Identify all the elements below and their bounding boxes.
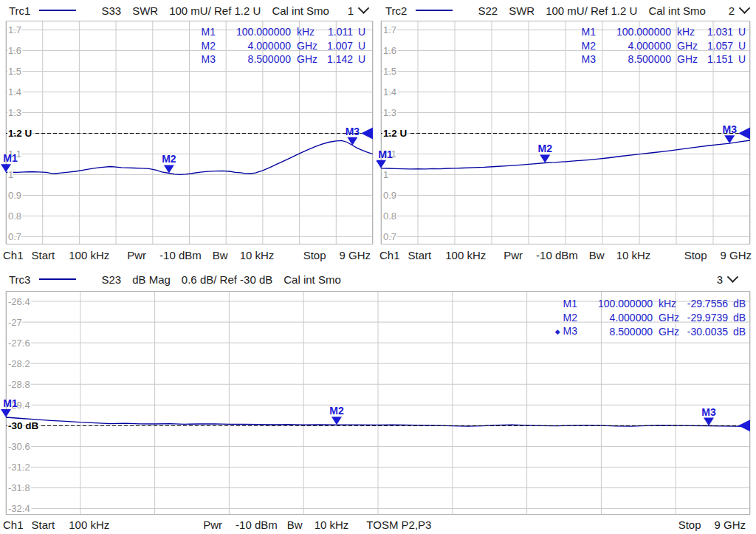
channel-footer-trc3: Ch1 Start 100 kHz Pwr -10 dBm Bw 10 kHz … bbox=[0, 515, 756, 534]
y-axis-tick-label: 1.3 bbox=[8, 107, 21, 118]
marker-M2[interactable] bbox=[164, 165, 174, 173]
y-axis-tick-label: 0.7 bbox=[383, 231, 396, 242]
stop-value: 9 GHz bbox=[720, 249, 752, 261]
power-label: Pwr bbox=[127, 249, 146, 261]
trace-color-sample-icon bbox=[39, 10, 76, 11]
marker-M2[interactable] bbox=[540, 154, 550, 162]
y-axis-tick-label: 1.5 bbox=[383, 66, 396, 77]
marker-frequency: 4.000000 bbox=[577, 311, 653, 325]
reference-position-arrow-icon[interactable] bbox=[738, 420, 750, 431]
stop-value: 9 GHz bbox=[339, 249, 371, 261]
power-label: Pwr bbox=[203, 518, 222, 531]
marker-M3[interactable] bbox=[724, 135, 735, 143]
channel-selector[interactable]: 1 bbox=[348, 4, 375, 17]
marker-name: M2 bbox=[543, 311, 577, 325]
trace-color-sample-icon bbox=[39, 278, 76, 280]
channel-label: Ch1 bbox=[3, 518, 24, 531]
y-axis-tick-label: -28.2 bbox=[8, 358, 30, 369]
start-label: Start bbox=[32, 518, 55, 531]
channel-footer-trc2: Ch1 Start 100 kHz Pwr -10 dBm Bw 10 kHz … bbox=[377, 244, 756, 266]
format-label: dB Mag bbox=[132, 273, 171, 286]
y-axis-tick-label: 1 bbox=[383, 169, 388, 180]
marker-name: M2 bbox=[562, 39, 596, 53]
sparam-label: S33 bbox=[101, 4, 121, 17]
marker-readout-M1: M1100.000000kHz-29.7556dB bbox=[543, 297, 747, 311]
y-axis-tick-label: -32.4 bbox=[8, 503, 30, 514]
marker-label-M1: M1 bbox=[378, 148, 393, 160]
marker-value-unit: U bbox=[733, 52, 748, 66]
marker-frequency-unit: GHz bbox=[653, 325, 681, 339]
marker-M1[interactable] bbox=[1, 409, 11, 417]
y-axis-tick-label: -27 bbox=[8, 317, 22, 328]
reference-position-arrow-icon[interactable] bbox=[738, 127, 750, 139]
trace-label-trc2[interactable]: Trc2 bbox=[385, 4, 407, 17]
marker-value: 1.007 bbox=[317, 39, 353, 53]
cal-label: Cal int Smo bbox=[648, 4, 706, 17]
scale-label: 100 mU/ Ref 1.2 U bbox=[169, 4, 261, 17]
trace-label-trc3[interactable]: Trc3 bbox=[9, 273, 30, 286]
diagram-trc1: Trc1 S33 SWR 100 mU/ Ref 1.2 U Cal int S… bbox=[0, 0, 375, 266]
marker-readout-M1: M1100.000000kHz1.031U bbox=[562, 25, 748, 39]
trace-label-trc1[interactable]: Trc1 bbox=[9, 4, 30, 17]
stop-label: Stop bbox=[678, 518, 701, 531]
start-label: Start bbox=[32, 249, 55, 261]
marker-value-unit: dB bbox=[728, 325, 747, 339]
y-axis-tick-label: 0.7 bbox=[8, 231, 21, 242]
trace-header-trc2: Trc2 S22 SWR 100 mU/ Ref 1.2 U Cal int S… bbox=[377, 0, 756, 21]
marker-label-M2: M2 bbox=[329, 405, 344, 417]
chevron-down-icon[interactable] bbox=[727, 271, 739, 283]
marker-frequency: 8.500000 bbox=[216, 52, 291, 66]
cal-label: Cal int Smo bbox=[284, 273, 341, 286]
marker-value: -29.7556 bbox=[681, 297, 728, 311]
diagram-trc2: Trc2 S22 SWR 100 mU/ Ref 1.2 U Cal int S… bbox=[377, 0, 756, 266]
marker-table-trc1: M1100.000000kHz1.011UM24.000000GHz1.007U… bbox=[182, 25, 368, 66]
channel-number[interactable]: 3 bbox=[717, 273, 723, 286]
marker-frequency: 4.000000 bbox=[216, 39, 291, 53]
chevron-down-icon[interactable] bbox=[358, 2, 370, 14]
reference-position-arrow-icon[interactable] bbox=[361, 127, 373, 139]
start-value: 100 kHz bbox=[445, 249, 486, 261]
marker-M3[interactable] bbox=[704, 418, 714, 426]
y-axis-tick-label: 1 bbox=[8, 169, 13, 180]
marker-table-trc2: M1100.000000kHz1.031UM24.000000GHz1.057U… bbox=[562, 25, 748, 66]
marker-M1[interactable] bbox=[377, 160, 386, 168]
y-axis-tick-label: -27.6 bbox=[8, 338, 30, 349]
marker-value-unit: U bbox=[353, 52, 368, 66]
y-axis-tick-label: 0.8 bbox=[8, 210, 21, 222]
sparam-label: S22 bbox=[478, 4, 498, 17]
marker-label-M3: M3 bbox=[346, 126, 360, 137]
bandwidth-value: 10 kHz bbox=[240, 249, 275, 261]
y-axis-tick-label: -28.8 bbox=[8, 379, 30, 390]
reference-value-label: 1.2 U bbox=[8, 128, 32, 139]
marker-M2[interactable] bbox=[331, 417, 342, 425]
y-axis-tick-label: 1.6 bbox=[8, 45, 21, 56]
marker-readout-M3: M38.500000GHz1.151U bbox=[562, 52, 748, 66]
start-label: Start bbox=[408, 249, 432, 261]
sparam-label: S23 bbox=[101, 273, 121, 286]
marker-frequency: 4.000000 bbox=[596, 39, 671, 53]
trace-header-trc3: Trc3 S23 dB Mag 0.6 dB/ Ref -30 dB Cal i… bbox=[0, 267, 756, 291]
channel-selector[interactable]: 2 bbox=[729, 4, 756, 17]
marker-name: M1 bbox=[562, 25, 596, 39]
channel-number[interactable]: 1 bbox=[348, 4, 354, 17]
power-value: -10 dBm bbox=[536, 249, 578, 261]
start-value: 100 kHz bbox=[69, 518, 109, 531]
marker-readout-M1: M1100.000000kHz1.011U bbox=[182, 25, 368, 39]
channel-selector[interactable]: 3 bbox=[717, 273, 756, 286]
chevron-down-icon[interactable] bbox=[739, 2, 751, 14]
bandwidth-value: 10 kHz bbox=[616, 249, 651, 261]
cal-kit-label: TOSM P2,P3 bbox=[366, 518, 431, 531]
marker-frequency-unit: GHz bbox=[671, 39, 698, 53]
marker-frequency-unit: GHz bbox=[291, 52, 317, 66]
marker-frequency: 100.000000 bbox=[577, 297, 653, 311]
channel-label: Ch1 bbox=[379, 249, 400, 261]
y-axis-tick-label: -30.6 bbox=[8, 441, 30, 452]
marker-label-M1: M1 bbox=[3, 152, 18, 164]
channel-number[interactable]: 2 bbox=[729, 4, 735, 17]
stop-label: Stop bbox=[303, 249, 326, 261]
marker-value: 1.057 bbox=[698, 39, 733, 53]
y-axis-tick-label: 0.8 bbox=[383, 210, 396, 222]
y-axis-tick-label: 1.7 bbox=[383, 24, 396, 35]
marker-value: 1.011 bbox=[317, 25, 353, 39]
marker-M3[interactable] bbox=[347, 137, 357, 146]
